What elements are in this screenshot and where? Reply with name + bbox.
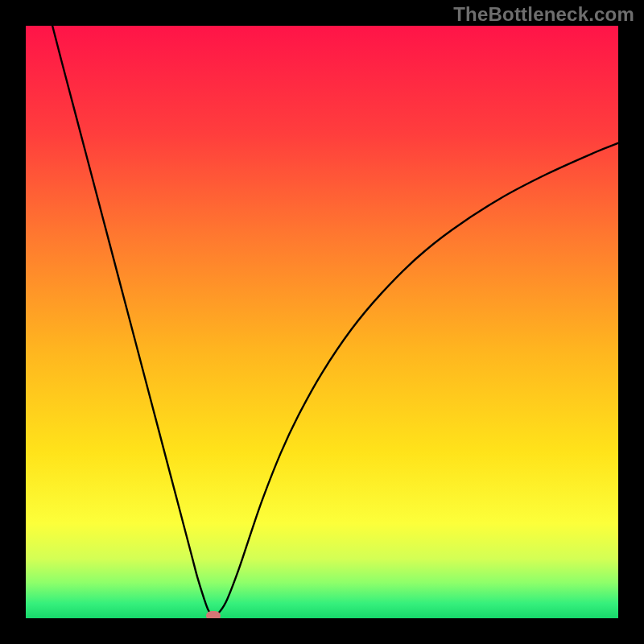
bottleneck-curve — [26, 26, 618, 618]
watermark-text: TheBottleneck.com — [453, 3, 634, 26]
plot-area — [26, 26, 618, 618]
minimum-marker — [206, 611, 221, 618]
chart-frame: TheBottleneck.com — [0, 0, 644, 644]
